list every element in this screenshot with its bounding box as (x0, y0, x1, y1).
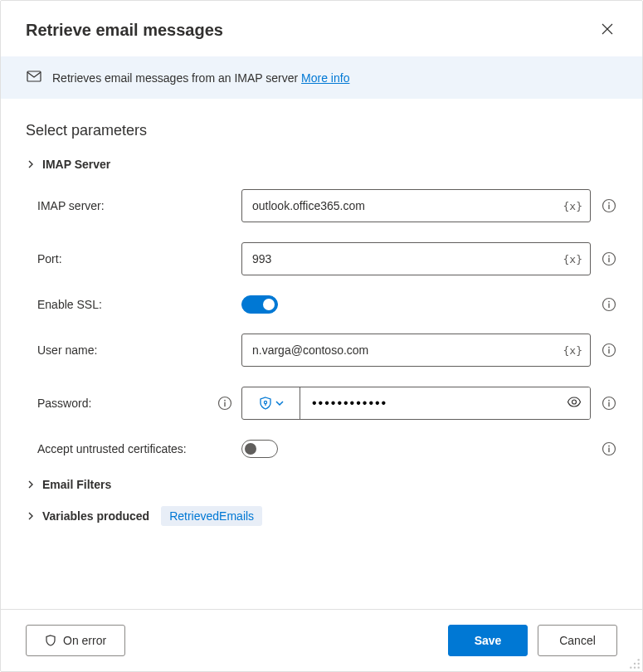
chevron-down-icon (275, 399, 284, 407)
reveal-password-button[interactable] (567, 395, 582, 412)
email-filters-label: Email Filters (42, 478, 111, 491)
svg-point-5 (608, 256, 610, 257)
svg-point-2 (608, 202, 610, 204)
email-filters-section-header[interactable]: Email Filters (26, 478, 617, 491)
svg-point-14 (224, 400, 226, 402)
banner-desc: Retrieves email messages from an IMAP se… (52, 71, 301, 85)
shield-icon (259, 397, 272, 410)
field-imap-server: IMAP server: {x} (37, 189, 617, 222)
dialog-footer: On error Save Cancel (1, 609, 642, 671)
svg-rect-0 (27, 71, 41, 81)
port-label: Port: (37, 252, 62, 265)
shield-outline-icon (45, 635, 56, 646)
save-label: Save (475, 634, 502, 647)
banner-text: Retrieves email messages from an IMAP se… (52, 71, 349, 85)
dialog-body: Select parameters IMAP Server IMAP serve… (1, 99, 642, 609)
enable-ssl-label: Enable SSL: (37, 298, 102, 311)
field-enable-ssl: Enable SSL: (37, 295, 617, 314)
on-error-button[interactable]: On error (26, 625, 125, 656)
on-error-label: On error (63, 634, 106, 647)
dialog-title: Retrieve email messages (26, 21, 223, 40)
variable-badge[interactable]: RetrievedEmails (161, 506, 262, 526)
cancel-button[interactable]: Cancel (538, 625, 617, 656)
imap-server-section-header[interactable]: IMAP Server (26, 158, 617, 171)
svg-rect-23 (608, 448, 609, 453)
svg-point-17 (572, 400, 577, 404)
svg-rect-15 (224, 402, 225, 407)
cancel-label: Cancel (559, 634, 596, 647)
svg-rect-12 (608, 349, 609, 354)
accept-untrusted-toggle[interactable] (241, 440, 278, 458)
imap-server-input[interactable] (241, 189, 591, 222)
info-icon[interactable] (601, 342, 617, 358)
chevron-right-icon (26, 511, 36, 521)
dialog-retrieve-email: Retrieve email messages Retrieves email … (0, 0, 643, 672)
field-port: Port: {x} (37, 242, 617, 275)
svg-point-22 (608, 446, 610, 447)
more-info-link[interactable]: More info (301, 71, 349, 85)
credential-picker-button[interactable] (242, 387, 300, 419)
password-label: Password: (37, 397, 91, 410)
accept-untrusted-label: Accept untrusted certificates: (37, 442, 187, 455)
close-button[interactable] (597, 19, 617, 41)
variables-produced-section-header[interactable]: Variables produced RetrievedEmails (26, 506, 617, 526)
imap-server-section-label: IMAP Server (42, 158, 110, 171)
port-input[interactable] (241, 242, 591, 275)
password-group (241, 387, 591, 420)
svg-point-19 (608, 400, 610, 402)
chevron-right-icon (26, 480, 36, 489)
svg-point-8 (608, 301, 610, 303)
enable-ssl-toggle[interactable] (241, 295, 278, 314)
field-password: Password: (37, 387, 617, 420)
info-icon[interactable] (601, 251, 617, 267)
svg-point-28 (634, 667, 636, 669)
eye-icon (567, 395, 582, 410)
username-input[interactable] (241, 334, 591, 367)
mail-icon (26, 68, 42, 87)
field-username: User name: {x} (37, 334, 617, 367)
svg-point-29 (630, 667, 631, 669)
svg-point-24 (638, 659, 640, 660)
info-icon[interactable] (601, 395, 617, 411)
svg-rect-9 (608, 304, 609, 309)
dialog-header: Retrieve email messages (1, 1, 642, 56)
parameters-heading: Select parameters (26, 122, 617, 139)
info-icon[interactable] (217, 395, 233, 411)
password-input[interactable] (300, 387, 590, 419)
svg-rect-20 (608, 402, 609, 407)
info-icon[interactable] (601, 296, 617, 313)
username-label: User name: (37, 343, 97, 357)
svg-point-11 (608, 347, 610, 348)
svg-rect-6 (608, 258, 609, 263)
svg-point-16 (264, 401, 266, 403)
svg-point-27 (634, 663, 636, 665)
chevron-right-icon (26, 159, 36, 169)
imap-server-label: IMAP server: (37, 199, 105, 212)
variables-produced-label: Variables produced (42, 509, 149, 523)
field-accept-untrusted: Accept untrusted certificates: (37, 440, 617, 458)
close-icon (601, 22, 614, 36)
save-button[interactable]: Save (448, 625, 528, 656)
svg-rect-3 (608, 205, 609, 210)
footer-actions: Save Cancel (448, 625, 617, 656)
info-banner: Retrieves email messages from an IMAP se… (1, 56, 642, 99)
svg-point-25 (638, 663, 640, 665)
svg-point-26 (638, 667, 640, 669)
info-icon[interactable] (601, 441, 617, 457)
info-icon[interactable] (601, 197, 617, 214)
resize-grip-icon[interactable] (629, 658, 641, 670)
